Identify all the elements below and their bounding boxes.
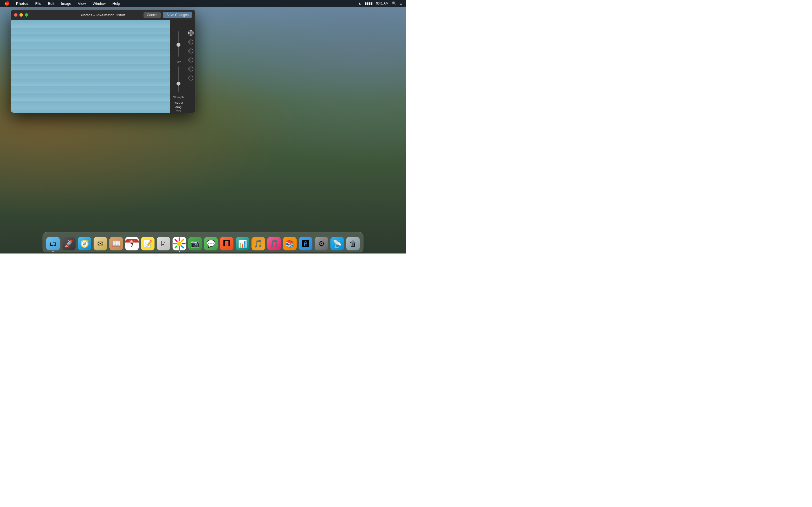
twirl-cw-tool[interactable] <box>188 39 194 45</box>
dock-item-mail[interactable]: ✉ <box>93 236 108 250</box>
dock-item-messages[interactable]: 💬 <box>204 236 218 250</box>
reminders-icon: ☑ <box>157 237 170 250</box>
app-window: Photos – Pixelmator Distort Cancel Save … <box>11 10 195 113</box>
menubar-left: 🍎 Photos File Edit Image View Window Hel… <box>3 1 121 6</box>
menubar-window[interactable]: Window <box>92 1 107 6</box>
sliders-area: Size Strength <box>170 29 187 107</box>
menubar-help[interactable]: Help <box>111 1 121 6</box>
dock-item-notes[interactable]: 📝 <box>140 236 155 250</box>
photos-dot <box>179 251 180 252</box>
window-minimize-button[interactable] <box>19 13 23 17</box>
safari-icon: 🧭 <box>78 237 91 250</box>
dock-item-keynote[interactable]: 🎞 <box>219 236 234 250</box>
airdrop-icon: 📡 <box>331 237 344 250</box>
menubar-right: ▲ ▮▮▮▮ 9:41 AM 🔍 ☰ <box>358 1 403 5</box>
size-label: Size <box>175 61 181 64</box>
svg-point-36 <box>190 41 192 43</box>
size-slider-container: Size <box>170 29 187 64</box>
dock-item-photos[interactable] <box>172 236 187 250</box>
photo-canvas <box>11 20 170 113</box>
dock-item-pages[interactable]: 🎵 <box>251 236 266 250</box>
svg-point-35 <box>189 40 193 44</box>
window-close-button[interactable] <box>14 13 17 17</box>
photo-background <box>11 20 170 113</box>
svg-point-39 <box>190 50 192 52</box>
dock-item-system-preferences[interactable]: ⚙ <box>314 236 329 250</box>
instructions: Click & drag over areas to distort. <box>170 99 187 113</box>
desktop: 🍎 Photos File Edit Image View Window Hel… <box>0 0 406 253</box>
cancel-button[interactable]: Cancel <box>144 12 161 18</box>
pages-icon: 🎵 <box>252 237 265 250</box>
messages-icon: 💬 <box>204 237 218 250</box>
svg-point-48 <box>177 241 182 246</box>
ibooks-icon: 📚 <box>283 237 297 250</box>
titlebar: Photos – Pixelmator Distort Cancel Save … <box>11 10 195 20</box>
window-content: Size Strength <box>11 20 195 113</box>
dock-item-ibooks[interactable]: 📚 <box>283 236 297 250</box>
twirl-ccw-tool-2[interactable] <box>188 57 194 63</box>
svg-point-40 <box>191 51 192 52</box>
launchpad-icon: 🚀 <box>62 237 75 250</box>
mail-icon: ✉ <box>94 237 107 250</box>
dock-item-appstore[interactable]: 🅰 <box>298 236 313 250</box>
photo-area[interactable] <box>11 20 170 113</box>
dock-item-trash[interactable]: 🗑 <box>346 236 360 250</box>
menubar-view[interactable]: View <box>77 1 87 6</box>
sidebar-inner: Size Strength <box>170 25 195 110</box>
save-changes-button[interactable]: Save Changes <box>163 12 192 18</box>
instructions-sub-text: over areas to distort. <box>172 109 185 113</box>
facetime-icon: 📷 <box>188 237 202 250</box>
dock-item-finder[interactable]: 🗂 <box>46 236 60 250</box>
menubar-edit[interactable]: Edit <box>47 1 55 6</box>
svg-point-43 <box>191 60 192 61</box>
wifi-icon: ▲ <box>358 1 361 5</box>
click-drag-text: Click & drag <box>172 101 185 109</box>
strength-slider-track[interactable] <box>178 66 179 92</box>
strength-thumb[interactable] <box>176 82 181 86</box>
dock: 🗂 🚀 🧭 ✉ 📖 SEP 7 📝 <box>43 232 363 252</box>
svg-point-46 <box>191 69 192 69</box>
size-track <box>178 31 179 57</box>
menubar-image[interactable]: Image <box>60 1 72 6</box>
dock-item-safari[interactable]: 🧭 <box>77 236 92 250</box>
svg-point-38 <box>189 49 193 53</box>
twirl-ccw-tool-3[interactable] <box>188 66 194 72</box>
svg-point-41 <box>189 58 193 62</box>
sidebar: Size Strength <box>170 20 195 113</box>
size-thumb[interactable] <box>176 43 181 47</box>
svg-point-33 <box>190 32 193 35</box>
strength-slider-container: Strength <box>170 64 187 99</box>
finder-icon: 🗂 <box>46 237 60 250</box>
menubar-app-name[interactable]: Photos <box>15 1 30 6</box>
dock-item-facetime[interactable]: 📷 <box>188 236 202 250</box>
size-slider-track[interactable] <box>178 31 179 57</box>
titlebar-actions: Cancel Save Changes <box>144 12 192 18</box>
notification-icon[interactable]: ☰ <box>400 1 403 5</box>
svg-point-44 <box>189 67 193 71</box>
window-controls <box>14 13 28 17</box>
svg-point-34 <box>190 33 192 34</box>
dock-item-airdrop[interactable]: 📡 <box>330 236 345 250</box>
dock-item-itunes[interactable]: 🎵 <box>267 236 282 250</box>
strength-label: Strength <box>173 96 184 99</box>
twirl-ccw-tool-1[interactable] <box>188 48 194 54</box>
contacts-icon: 📖 <box>109 237 123 250</box>
dock-item-numbers[interactable]: 📊 <box>235 236 250 250</box>
photos-icon <box>172 237 186 250</box>
dock-item-reminders[interactable]: ☑ <box>156 236 171 250</box>
search-icon[interactable]: 🔍 <box>392 1 396 5</box>
dock-item-launchpad[interactable]: 🚀 <box>61 236 76 250</box>
menubar-file[interactable]: File <box>34 1 42 6</box>
dock-item-contacts[interactable]: 📖 <box>109 236 123 250</box>
finder-dot <box>52 251 54 252</box>
trash-icon: 🗑 <box>346 237 360 250</box>
battery-icon: ▮▮▮▮ <box>365 1 373 5</box>
clock: 9:41 AM <box>376 1 389 5</box>
distort-active-tool[interactable] <box>188 30 194 36</box>
appstore-icon: 🅰 <box>299 237 312 250</box>
circle-tool[interactable] <box>188 75 194 81</box>
notes-icon: 📝 <box>141 237 154 250</box>
dock-item-calendar[interactable]: SEP 7 <box>124 236 139 250</box>
window-maximize-button[interactable] <box>25 13 28 17</box>
apple-menu[interactable]: 🍎 <box>3 1 10 6</box>
